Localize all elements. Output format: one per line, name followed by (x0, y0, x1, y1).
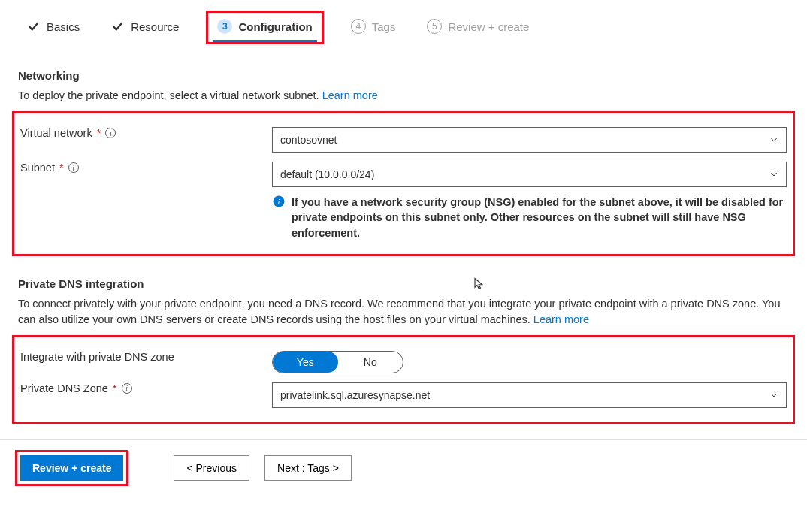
tab-number-3: 3 (217, 19, 232, 34)
tab-number-5: 5 (427, 19, 442, 34)
highlight-dns-fields: Integrate with private DNS zone Yes No P… (12, 335, 795, 424)
toggle-no[interactable]: No (338, 352, 404, 373)
dns-desc: To connect privately with your private e… (18, 296, 789, 328)
next-button[interactable]: Next : Tags > (264, 455, 352, 481)
tab-resource-label: Resource (131, 20, 179, 33)
cursor-icon (473, 277, 486, 291)
check-icon (27, 20, 41, 33)
toggle-yes[interactable]: Yes (273, 352, 338, 373)
dns-heading: Private DNS integration (18, 277, 789, 290)
tab-basics-label: Basics (47, 20, 80, 33)
tab-configuration-label: Configuration (238, 20, 312, 33)
networking-learn-more-link[interactable]: Learn more (322, 89, 378, 101)
dns-learn-more-link[interactable]: Learn more (533, 313, 589, 325)
tab-number-4: 4 (351, 19, 366, 34)
required-asterisk: * (113, 382, 117, 394)
svg-text:i: i (278, 198, 280, 206)
info-icon[interactable]: i (68, 162, 79, 173)
tab-tags[interactable]: 4 Tags (346, 13, 400, 42)
vnet-dropdown[interactable]: contosovnet (272, 127, 787, 153)
info-icon[interactable]: i (122, 383, 132, 394)
tab-resource[interactable]: Resource (107, 14, 183, 41)
dns-zone-value: privatelink.sql.azuresynapse.net (280, 389, 430, 401)
tab-review-label: Review + create (448, 20, 529, 33)
check-icon (111, 20, 125, 33)
review-create-button[interactable]: Review + create (20, 455, 123, 481)
vnet-label: Virtual network (20, 127, 92, 139)
dns-zone-dropdown[interactable]: privatelink.sql.azuresynapse.net (272, 382, 787, 408)
tab-basics[interactable]: Basics (23, 14, 84, 41)
required-asterisk: * (59, 162, 64, 174)
tab-review[interactable]: 5 Review + create (422, 13, 533, 42)
previous-button[interactable]: < Previous (174, 455, 249, 481)
info-icon[interactable]: i (105, 128, 116, 138)
networking-desc: To deploy the private endpoint, select a… (18, 88, 789, 104)
integrate-dns-label: Integrate with private DNS zone (20, 351, 174, 363)
highlight-networking-fields: Virtual network * i contosovnet Subnet *… (12, 111, 795, 256)
tab-tags-label: Tags (372, 20, 396, 33)
integrate-dns-toggle[interactable]: Yes No (272, 351, 404, 373)
subnet-dropdown[interactable]: default (10.0.0.0/24) (272, 162, 787, 187)
chevron-down-icon (769, 170, 778, 179)
required-asterisk: * (97, 127, 101, 139)
subnet-nsg-note: i If you have a network security group (… (272, 195, 787, 240)
subnet-label: Subnet (20, 162, 55, 174)
subnet-value: default (10.0.0.0/24) (280, 168, 374, 180)
info-filled-icon: i (272, 195, 286, 208)
tab-configuration[interactable]: 3 Configuration (213, 13, 316, 42)
vnet-value: contosovnet (280, 134, 337, 146)
dns-zone-label: Private DNS Zone (20, 382, 108, 394)
chevron-down-icon (769, 135, 778, 144)
chevron-down-icon (769, 391, 778, 400)
networking-heading: Networking (18, 69, 789, 82)
